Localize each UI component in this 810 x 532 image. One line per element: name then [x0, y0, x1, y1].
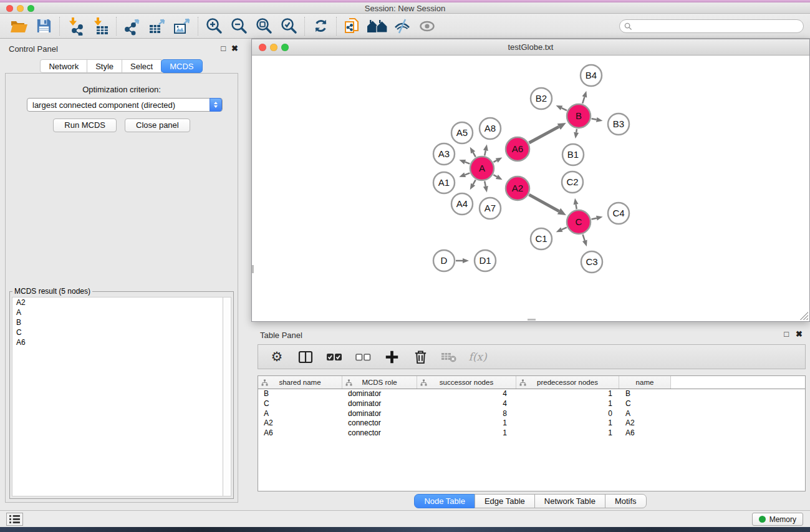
table-row[interactable]: A6connector11A6: [258, 428, 805, 438]
edge-B-B3[interactable]: [592, 118, 597, 120]
edge-C-C1[interactable]: [562, 228, 567, 230]
close-panel-icon[interactable]: ✖: [231, 44, 238, 53]
select-all-button[interactable]: [324, 347, 344, 366]
duplicate-network-button[interactable]: [340, 16, 365, 37]
node-A4[interactable]: A4: [451, 193, 473, 215]
column-header-name[interactable]: name: [619, 376, 671, 389]
tab-edge-table[interactable]: Edge Table: [475, 494, 535, 508]
criterion-dropdown[interactable]: largest connected component (directed): [27, 98, 223, 112]
node-B3[interactable]: B3: [608, 114, 629, 135]
node-D[interactable]: D: [433, 250, 455, 271]
column-header-mcds-role[interactable]: MCDS role: [342, 376, 417, 389]
refresh-layout-button[interactable]: [308, 16, 333, 37]
tab-mcds[interactable]: MCDS: [161, 59, 202, 73]
node-A5[interactable]: A5: [451, 122, 473, 143]
table-row[interactable]: Bdominator41B: [258, 389, 805, 399]
edge-B-B2[interactable]: [562, 108, 567, 110]
network-canvas[interactable]: B4B2BB3A8A5A6A3B1AA1C2A2A4A7C4CC1DD1C3: [252, 56, 809, 321]
import-table-button[interactable]: [88, 16, 113, 37]
column-chooser-button[interactable]: [296, 347, 316, 366]
vertical-scroll-indicator[interactable]: [252, 265, 254, 273]
node-B[interactable]: B: [567, 104, 591, 128]
tab-style[interactable]: Style: [87, 59, 122, 73]
run-mcds-button[interactable]: Run MCDS: [53, 118, 117, 132]
export-table-button[interactable]: [145, 16, 170, 37]
export-image-button[interactable]: [170, 16, 195, 37]
edge-A2-C[interactable]: [529, 195, 559, 211]
home-button[interactable]: [365, 16, 390, 37]
show-all-button[interactable]: [415, 16, 440, 37]
deselect-all-button[interactable]: [353, 347, 373, 366]
edge-A-A2[interactable]: [493, 175, 497, 177]
close-panel-button[interactable]: Close panel: [125, 118, 190, 132]
table-settings-button[interactable]: ⚙: [267, 347, 287, 366]
edge-A-A7[interactable]: [485, 181, 486, 186]
result-item[interactable]: B: [12, 317, 231, 327]
node-A7[interactable]: A7: [480, 198, 501, 219]
edge-A-A8[interactable]: [485, 150, 486, 155]
export-network-button[interactable]: [120, 16, 145, 37]
open-file-button[interactable]: [6, 16, 31, 37]
node-B2[interactable]: B2: [531, 88, 552, 109]
delete-column-button[interactable]: [410, 347, 430, 366]
table-row[interactable]: A2connector11A2: [258, 418, 805, 428]
result-item[interactable]: A6: [12, 337, 231, 347]
node-C3[interactable]: C3: [581, 251, 602, 273]
node-C4[interactable]: C4: [608, 203, 629, 224]
node-C2[interactable]: C2: [562, 172, 583, 193]
import-network-button[interactable]: [63, 16, 88, 37]
node-A8[interactable]: A8: [480, 118, 501, 139]
close-table-panel-icon[interactable]: ✖: [796, 330, 803, 339]
edge-C-C4[interactable]: [592, 218, 597, 220]
zoom-selected-button[interactable]: [276, 16, 301, 37]
edge-A-A5[interactable]: [473, 152, 476, 157]
node-C[interactable]: C: [567, 210, 591, 234]
resize-grip[interactable]: [800, 312, 808, 320]
node-A2[interactable]: A2: [506, 177, 529, 200]
function-builder-button[interactable]: f(x): [468, 347, 488, 366]
edge-A-A4[interactable]: [473, 180, 476, 184]
edge-C-C3[interactable]: [583, 235, 585, 241]
zoom-out-button[interactable]: [226, 16, 251, 37]
zoom-fit-button[interactable]: [251, 16, 276, 37]
save-session-button[interactable]: [31, 16, 56, 37]
result-item[interactable]: A2: [12, 297, 231, 307]
tab-motifs[interactable]: Motifs: [605, 494, 647, 508]
search-input[interactable]: [632, 21, 803, 32]
node-B4[interactable]: B4: [581, 65, 602, 86]
edge-B-B1[interactable]: [576, 129, 577, 133]
zoom-in-button[interactable]: [201, 16, 226, 37]
node-A[interactable]: A: [470, 157, 494, 180]
node-C1[interactable]: C1: [531, 228, 552, 249]
float-table-panel-icon[interactable]: □: [784, 330, 789, 339]
edge-A-A6[interactable]: [493, 160, 496, 162]
edge-A6-B[interactable]: [529, 127, 559, 143]
task-history-button[interactable]: [6, 513, 23, 526]
edge-A-A3[interactable]: [465, 162, 470, 164]
column-header-shared-name[interactable]: shared name: [258, 376, 342, 389]
node-D1[interactable]: D1: [475, 250, 496, 271]
memory-button[interactable]: Memory: [752, 513, 803, 526]
result-list-scrollbar[interactable]: [223, 297, 231, 496]
hide-selected-button[interactable]: [390, 16, 415, 37]
node-A3[interactable]: A3: [433, 143, 455, 165]
add-column-button[interactable]: [382, 347, 402, 366]
horizontal-scroll-indicator[interactable]: [528, 319, 536, 321]
tab-select[interactable]: Select: [122, 59, 162, 73]
tab-network[interactable]: Network: [40, 59, 87, 73]
result-item[interactable]: A: [12, 307, 231, 317]
node-B1[interactable]: B1: [562, 144, 584, 165]
tab-node-table[interactable]: Node Table: [414, 494, 475, 508]
column-header-predecessor-nodes[interactable]: predecessor nodes: [516, 376, 619, 389]
result-item[interactable]: C: [12, 327, 231, 337]
node-A6[interactable]: A6: [506, 137, 529, 161]
delete-table-button[interactable]: [439, 347, 459, 366]
edge-C-C2[interactable]: [576, 205, 577, 210]
table-row[interactable]: Cdominator41C: [258, 399, 805, 409]
column-header-successor-nodes[interactable]: successor nodes: [417, 376, 516, 389]
node-A1[interactable]: A1: [433, 172, 455, 193]
float-panel-icon[interactable]: □: [221, 44, 226, 53]
tab-network-table[interactable]: Network Table: [534, 494, 605, 508]
table-row[interactable]: Adominator80A: [258, 409, 805, 419]
edge-A-A1[interactable]: [465, 173, 470, 175]
